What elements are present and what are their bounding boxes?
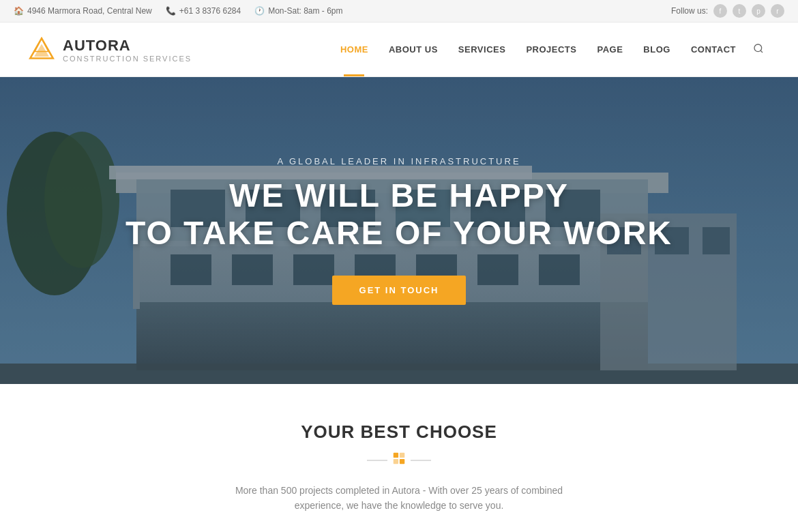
phone-item: 📞 +61 3 8376 6284 [166,6,241,16]
logo-name: AUTORA [63,37,192,55]
divider-center-icon [391,451,407,469]
svg-point-3 [754,44,762,52]
features-title: YOUR BEST CHOOSE [27,422,771,443]
svg-rect-34 [400,453,404,458]
hours-item: 🕐 Mon-Sat: 8am - 6pm [254,6,342,16]
top-bar-right: Follow us: f t p r [671,4,784,18]
get-in-touch-button[interactable]: GET IN TOUCH [332,276,467,305]
follow-label: Follow us: [671,6,708,16]
site-header: AUTORA Construction services HOME ABOUT … [0,23,798,77]
facebook-icon[interactable]: f [713,4,727,18]
pinterest-icon[interactable]: p [752,4,765,18]
main-nav: HOME ABOUT US SERVICES PROJECTS PAGE BLO… [330,36,771,63]
hero-subtitle: A GLOBAL LEADER IN INFRASTRUCTURE [125,156,673,166]
svg-rect-33 [394,453,398,458]
hero-title-line1: WE WILL BE HAPPY [229,177,569,213]
top-bar: 🏠 4946 Marmora Road, Central New 📞 +61 3… [0,0,798,23]
svg-line-4 [760,50,763,53]
nav-page[interactable]: PAGE [587,38,633,61]
nav-services[interactable]: SERVICES [448,38,516,61]
search-icon[interactable] [746,36,771,63]
phone-icon: 📞 [166,6,176,16]
hero-content: A GLOBAL LEADER IN INFRASTRUCTURE WE WIL… [125,156,673,305]
svg-rect-36 [400,459,404,464]
svg-rect-35 [394,459,398,464]
hero-title: WE WILL BE HAPPY TO TAKE CARE OF YOUR WO… [125,177,673,252]
twitter-icon[interactable]: t [733,4,746,18]
features-section: YOUR BEST CHOOSE More than 500 projects … [0,384,798,532]
nav-projects[interactable]: PROJECTS [516,38,587,61]
logo-icon [27,35,56,64]
hours-text: Mon-Sat: 8am - 6pm [268,6,342,16]
top-bar-left: 🏠 4946 Marmora Road, Central New 📞 +61 3… [14,6,343,16]
divider-line-left [367,460,387,461]
nav-contact[interactable]: CONTACT [681,38,746,61]
logo-text: AUTORA Construction services [63,37,192,63]
logo-sub: Construction services [63,55,192,63]
location-icon: 🏠 [14,6,24,16]
nav-home[interactable]: HOME [330,38,379,61]
hero-section: A GLOBAL LEADER IN INFRASTRUCTURE WE WIL… [0,77,798,384]
address-text: 4946 Marmora Road, Central New [27,6,152,16]
logo[interactable]: AUTORA Construction services [27,35,192,64]
nav-blog[interactable]: BLOG [633,38,681,61]
features-divider [27,451,771,469]
nav-about[interactable]: ABOUT US [379,38,448,61]
hero-title-line2: TO TAKE CARE OF YOUR WORK [125,215,673,251]
address-item: 🏠 4946 Marmora Road, Central New [14,6,152,16]
phone-text: +61 3 8376 6284 [179,6,241,16]
features-description: More than 500 projects completed in Auto… [228,483,570,514]
clock-icon: 🕐 [254,6,265,16]
rss-icon[interactable]: r [771,4,784,18]
divider-line-right [411,460,431,461]
